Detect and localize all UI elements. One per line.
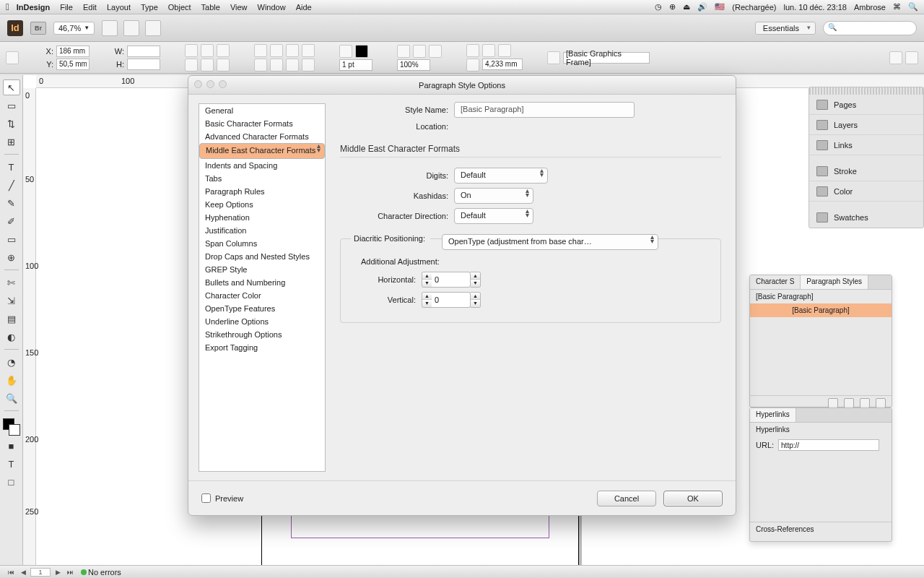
panel-links[interactable]: Links xyxy=(809,135,923,155)
flip-v-icon[interactable] xyxy=(302,44,315,57)
delete-style-icon[interactable] xyxy=(876,398,886,408)
y-input[interactable] xyxy=(56,59,90,70)
select-content-icon[interactable] xyxy=(270,59,283,72)
style-name-field[interactable]: [Basic Paragraph] xyxy=(454,102,635,118)
user-name[interactable]: Ambrose xyxy=(854,3,886,12)
timemachine-icon[interactable]: ◷ xyxy=(655,2,662,12)
format-text-icon[interactable]: T xyxy=(3,456,20,472)
text-wrap-none-icon[interactable] xyxy=(466,44,479,57)
pencil-tool-icon[interactable]: ✐ xyxy=(3,213,20,229)
spotlight-icon[interactable]: 🔍 xyxy=(908,2,918,12)
stepper-up-icon[interactable]: ▲ xyxy=(471,272,480,280)
category-list[interactable]: GeneralBasic Character FormatsAdvanced C… xyxy=(199,103,326,472)
h-input[interactable] xyxy=(127,59,160,70)
scissors-tool-icon[interactable]: ✄ xyxy=(3,275,20,290)
menu-layout[interactable]: Layout xyxy=(107,3,131,12)
hand-tool-icon[interactable]: ✋ xyxy=(3,372,20,388)
menu-view[interactable]: View xyxy=(230,3,248,12)
flip-icon[interactable] xyxy=(217,59,230,72)
stepper-up-icon[interactable]: ▲ xyxy=(422,293,432,300)
w-input[interactable] xyxy=(127,46,160,57)
preview-checkbox-input[interactable] xyxy=(201,493,211,503)
shear-icon[interactable] xyxy=(201,59,214,72)
view-options-icon[interactable] xyxy=(102,20,118,36)
corner-size-input[interactable] xyxy=(482,59,523,70)
category-item[interactable]: Underline Options xyxy=(199,315,325,328)
digits-select[interactable]: Default xyxy=(454,168,548,184)
gap-tool-icon[interactable]: ⊞ xyxy=(3,134,20,150)
menu-help[interactable]: Aide xyxy=(296,3,312,12)
clock[interactable]: lun. 10 déc. 23:18 xyxy=(784,3,847,12)
x-input[interactable] xyxy=(56,46,90,57)
category-item[interactable]: Justification xyxy=(199,224,325,237)
pen-tool-icon[interactable]: ✎ xyxy=(3,195,20,211)
panel-pages[interactable]: Pages xyxy=(809,95,923,115)
stepper-down-icon[interactable]: ▼ xyxy=(471,280,480,287)
gradient-feather-tool-icon[interactable]: ◐ xyxy=(3,329,20,345)
url-input[interactable] xyxy=(778,439,879,451)
fill-stroke-swatch[interactable] xyxy=(3,418,20,436)
category-item[interactable]: Bullets and Numbering xyxy=(199,276,325,289)
reference-point[interactable] xyxy=(6,51,19,64)
new-group-icon[interactable] xyxy=(828,398,838,408)
rotate-ccw-icon[interactable] xyxy=(270,44,283,57)
text-wrap-bounding-icon[interactable] xyxy=(482,44,495,57)
volume-icon[interactable]: 🔊 xyxy=(697,2,707,12)
battery-status[interactable]: (Rechargée) xyxy=(732,3,776,12)
kashidas-select[interactable]: On xyxy=(454,188,533,204)
dock-grip[interactable] xyxy=(809,87,923,95)
diacritic-select[interactable]: OpenType (adjustment from base char… xyxy=(442,234,658,250)
screen-mode-icon[interactable] xyxy=(123,20,139,36)
category-item[interactable]: Keep Options xyxy=(199,198,325,211)
note-tool-icon[interactable]: ◔ xyxy=(3,354,20,370)
category-item[interactable]: Basic Character Formats xyxy=(199,117,325,130)
next-obj-icon[interactable] xyxy=(302,59,315,72)
stepper-down-icon[interactable]: ▼ xyxy=(471,300,480,307)
category-item[interactable]: Paragraph Rules xyxy=(199,185,325,198)
menu-type[interactable]: Type xyxy=(141,3,158,12)
category-item[interactable]: Indents and Spacing xyxy=(199,159,325,172)
rotate-cw-icon[interactable] xyxy=(254,44,267,57)
category-item[interactable]: Hyphenation xyxy=(199,211,325,224)
prev-page-icon[interactable]: ◀ xyxy=(18,568,28,577)
cancel-button[interactable]: Cancel xyxy=(597,491,656,506)
select-container-icon[interactable] xyxy=(254,59,267,72)
panel-layers[interactable]: Layers xyxy=(809,115,923,135)
category-item[interactable]: Character Color xyxy=(199,289,325,302)
tab-paragraph-styles[interactable]: Paragraph Styles xyxy=(801,275,868,289)
text-wrap-shape-icon[interactable] xyxy=(498,44,511,57)
window-traffic-lights[interactable] xyxy=(194,80,227,88)
object-style-select[interactable]: [Basic Graphics Frame] xyxy=(563,52,650,64)
category-item[interactable]: Advanced Character Formats xyxy=(199,130,325,143)
next-page-icon[interactable]: ▶ xyxy=(53,568,63,577)
zoom-level[interactable]: 46,7%▼ xyxy=(53,22,95,35)
stroke-swatch[interactable] xyxy=(355,45,368,58)
rotate-icon[interactable] xyxy=(185,59,198,72)
rectangle-frame-tool-icon[interactable]: ▭ xyxy=(3,231,20,247)
category-item[interactable]: GREP Style xyxy=(199,263,325,276)
category-item[interactable]: Strikethrough Options xyxy=(199,328,325,341)
drop-shadow-icon[interactable] xyxy=(413,45,426,58)
gradient-swatch-tool-icon[interactable]: ▤ xyxy=(3,311,20,327)
panel-stroke[interactable]: Stroke xyxy=(809,161,923,181)
menu-file[interactable]: File xyxy=(60,3,73,12)
stepper-down-icon[interactable]: ▼ xyxy=(422,280,432,287)
line-tool-icon[interactable]: ╱ xyxy=(3,177,20,193)
direct-selection-tool-icon[interactable]: ▭ xyxy=(3,98,20,113)
quick-apply-icon[interactable] xyxy=(889,51,902,64)
page-number[interactable]: 1 xyxy=(30,568,51,577)
panel-menu-icon[interactable] xyxy=(905,51,918,64)
accessibility-icon[interactable]: ⊕ xyxy=(669,2,676,12)
category-item[interactable]: Tabs xyxy=(199,172,325,185)
tab-hyperlinks[interactable]: Hyperlinks xyxy=(750,408,796,422)
page-navigator[interactable]: ⏮ ◀ 1 ▶ ⏭ xyxy=(6,568,75,577)
object-style-icon[interactable] xyxy=(547,51,560,64)
apply-color-icon[interactable]: ■ xyxy=(3,438,20,454)
vertical-stepper[interactable]: ▲▼ ▲▼ xyxy=(422,292,481,308)
zoom-tool-icon[interactable]: 🔍 xyxy=(3,390,20,406)
stepper-up-icon[interactable]: ▲ xyxy=(422,272,432,280)
panel-color[interactable]: Color xyxy=(809,181,923,202)
arrange-icon[interactable] xyxy=(145,20,161,36)
prev-obj-icon[interactable] xyxy=(286,59,299,72)
chardir-select[interactable]: Default xyxy=(454,208,533,224)
